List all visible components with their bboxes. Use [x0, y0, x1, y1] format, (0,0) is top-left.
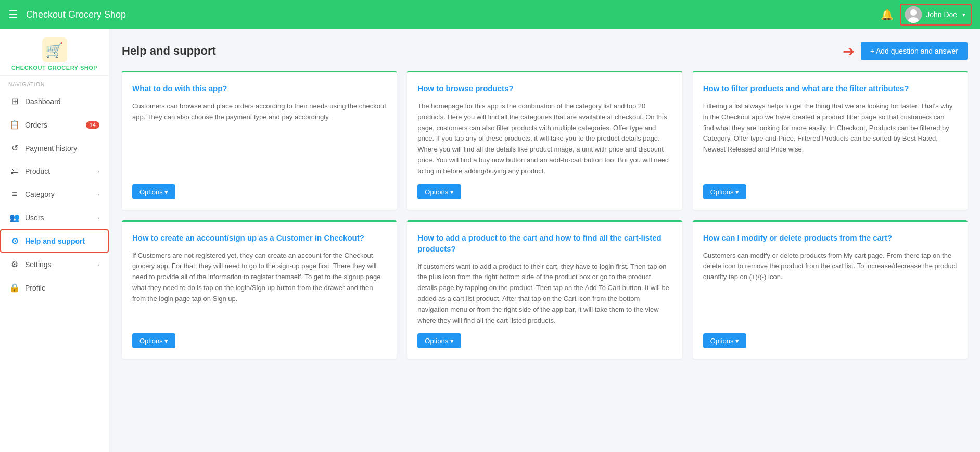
sidebar-item-orders[interactable]: 📋Orders14	[0, 113, 109, 136]
chevron-down-icon: ▼	[961, 12, 966, 18]
page-title: Help and support	[122, 44, 216, 58]
user-menu-button[interactable]: John Doe ▼	[900, 4, 972, 26]
faq-answer-2: Filtering a list always helps to get the…	[703, 101, 957, 177]
faq-answer-3: If Customers are not registered yet, the…	[132, 250, 386, 327]
sidebar-label-product: Product	[25, 167, 50, 175]
faq-question-3: How to create an account/sign up as a Cu…	[132, 232, 386, 243]
faq-card-1: How to browse products?The homepage for …	[407, 71, 682, 210]
faq-options-button-0[interactable]: Options ▾	[132, 184, 175, 199]
profile-icon: 🔒	[9, 283, 20, 293]
settings-icon: ⚙	[9, 259, 20, 269]
sidebar-item-product[interactable]: 🏷Product›	[0, 160, 109, 183]
faq-card-0: What to do with this app?Customers can b…	[122, 71, 397, 210]
users-icon: 👥	[9, 212, 20, 222]
sidebar-label-users: Users	[25, 214, 44, 222]
brand-emoji: 🛒	[45, 42, 63, 59]
help-and-support-icon: ⊙	[9, 236, 20, 246]
faq-question-0: What to do with this app?	[132, 83, 386, 94]
sidebar-item-category[interactable]: ≡Category›	[0, 183, 109, 206]
faq-card-5: How can I modify or delete products from…	[693, 220, 968, 359]
settings-chevron-icon: ›	[97, 261, 99, 268]
faq-question-5: How can I modify or delete products from…	[703, 232, 957, 243]
faq-question-4: How to add a product to the cart and how…	[417, 232, 671, 254]
sidebar-label-settings: Settings	[25, 260, 52, 269]
avatar	[905, 6, 922, 23]
faq-card-2: How to filter products and what are the …	[693, 71, 968, 210]
faq-options-button-3[interactable]: Options ▾	[132, 333, 175, 348]
faq-options-button-2[interactable]: Options ▾	[703, 184, 746, 199]
faq-question-1: How to browse products?	[417, 83, 671, 94]
sidebar-item-payment-history[interactable]: ↺Payment history	[0, 136, 109, 160]
faq-answer-4: If customers want to add a product to th…	[417, 261, 671, 327]
brand-logo: 🛒	[42, 37, 67, 62]
page-header: Help and support ➔ + Add question and an…	[122, 42, 968, 60]
main-content: Help and support ➔ + Add question and an…	[109, 29, 980, 452]
sidebar: 🛒 CHECKOUT GROCERY SHOP NAVIGATION ⊞Dash…	[0, 29, 109, 452]
svg-point-1	[910, 9, 917, 16]
sidebar-item-users[interactable]: 👥Users›	[0, 206, 109, 229]
faq-options-button-4[interactable]: Options ▾	[417, 333, 461, 348]
faq-question-2: How to filter products and what are the …	[703, 83, 957, 94]
sidebar-label-payment-history: Payment history	[25, 144, 77, 153]
faq-answer-5: Customers can modify or delete products …	[703, 250, 957, 327]
payment-history-icon: ↺	[9, 143, 20, 153]
menu-icon[interactable]: ☰	[8, 8, 18, 21]
header-actions: 🔔 John Doe ▼	[881, 4, 972, 26]
users-chevron-icon: ›	[97, 215, 99, 221]
sidebar-label-help-and-support: Help and support	[25, 237, 85, 245]
user-name: John Doe	[926, 10, 957, 19]
sidebar-item-settings[interactable]: ⚙Settings›	[0, 253, 109, 276]
faq-grid: What to do with this app?Customers can b…	[122, 71, 968, 359]
add-question-answer-button[interactable]: + Add question and answer	[861, 42, 968, 60]
orders-icon: 📋	[9, 120, 20, 130]
sidebar-label-orders: Orders	[25, 121, 47, 129]
top-header: ☰ Checkout Grocery Shop 🔔 John Doe ▼	[0, 0, 980, 29]
sidebar-item-profile[interactable]: 🔒Profile	[0, 276, 109, 299]
product-icon: 🏷	[9, 167, 20, 176]
sidebar-item-dashboard[interactable]: ⊞Dashboard	[0, 90, 109, 113]
faq-options-button-5[interactable]: Options ▾	[703, 333, 746, 348]
faq-card-4: How to add a product to the cart and how…	[407, 220, 682, 359]
faq-answer-1: The homepage for this app is the combina…	[417, 101, 671, 177]
sidebar-label-dashboard: Dashboard	[25, 97, 61, 106]
dashboard-icon: ⊞	[9, 96, 20, 106]
layout: 🛒 CHECKOUT GROCERY SHOP NAVIGATION ⊞Dash…	[0, 29, 980, 452]
faq-card-3: How to create an account/sign up as a Cu…	[122, 220, 397, 359]
faq-answer-0: Customers can browse and place orders ac…	[132, 101, 386, 177]
brand-name: CHECKOUT GROCERY SHOP	[11, 65, 97, 71]
header-title: Checkout Grocery Shop	[26, 9, 881, 20]
add-btn-wrapper: ➔ + Add question and answer	[843, 42, 968, 60]
category-chevron-icon: ›	[97, 191, 99, 197]
product-chevron-icon: ›	[97, 168, 99, 174]
sidebar-item-help-and-support[interactable]: ⊙Help and support	[0, 229, 109, 253]
arrow-indicator: ➔	[843, 43, 855, 60]
orders-badge: 14	[86, 121, 99, 129]
sidebar-label-category: Category	[25, 190, 55, 198]
sidebar-label-profile: Profile	[25, 284, 46, 292]
category-icon: ≡	[9, 190, 20, 199]
nav-label: NAVIGATION	[0, 76, 109, 90]
faq-options-button-1[interactable]: Options ▾	[417, 184, 461, 199]
sidebar-brand: 🛒 CHECKOUT GROCERY SHOP	[0, 29, 109, 76]
nav-items: ⊞Dashboard📋Orders14↺Payment history🏷Prod…	[0, 90, 109, 299]
bell-icon[interactable]: 🔔	[881, 8, 894, 21]
